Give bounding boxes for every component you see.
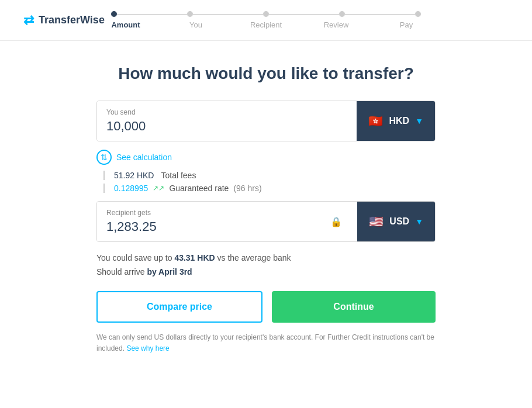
savings-vs: vs the average bank (217, 253, 291, 262)
send-flag: 🇭🇰 (368, 114, 383, 128)
step-dot-3 (339, 11, 345, 17)
recipient-currency-code: USD (389, 216, 409, 227)
rate-duration: (96 hrs) (233, 184, 261, 193)
fees-row: 51.92 HKD Total fees (103, 171, 436, 180)
you-send-label: You send (106, 108, 347, 116)
arrival-text: Should arrive (96, 267, 145, 276)
step-label-amount[interactable]: Amount (91, 20, 161, 29)
steps-labels-row: Amount You Recipient Review Pay (91, 20, 441, 29)
recipient-input-left: Recipient gets (106, 209, 330, 234)
action-buttons: Compare price Continue (96, 291, 436, 323)
fees-label: Total fees (161, 171, 196, 180)
lock-icon: 🔒 (330, 216, 342, 227)
recipient-gets-row: Recipient gets 🔒 🇺🇸 USD ▼ (96, 201, 436, 242)
step-dot-1 (187, 11, 193, 17)
step-label-review[interactable]: Review (301, 20, 371, 29)
step-label-you[interactable]: You (161, 20, 231, 29)
step-line-3 (345, 14, 415, 15)
transfer-card: You send 🇭🇰 HKD ▼ ⇅ See calculation 51.9… (96, 101, 436, 323)
savings-info: You could save up to 43.31 HKD vs the av… (96, 251, 436, 279)
recipient-currency-selector[interactable]: 🇺🇸 USD ▼ (357, 202, 435, 241)
rate-value: 0.128995 (114, 184, 148, 193)
recipient-flag: 🇺🇸 (369, 215, 384, 229)
rate-arrows-icon: ↗↗ (153, 184, 164, 192)
steps-dots-row (111, 11, 421, 17)
savings-amount: 43.31 HKD (174, 253, 215, 262)
step-dot-4 (415, 11, 421, 17)
calc-toggle-icon[interactable]: ⇅ (96, 150, 112, 165)
see-calculation-row: ⇅ See calculation (96, 150, 436, 165)
recipient-gets-label: Recipient gets (106, 209, 330, 217)
step-dot-0 (111, 11, 117, 17)
arrival-line: Should arrive by April 3rd (96, 265, 436, 279)
savings-text: You could save up to (96, 253, 172, 262)
see-why-link[interactable]: See why here (126, 344, 169, 352)
recipient-gets-input[interactable] (106, 219, 330, 234)
send-currency-code: HKD (389, 116, 409, 126)
calculation-section: ⇅ See calculation 51.92 HKD Total fees 0… (96, 141, 436, 201)
step-line-1 (193, 14, 263, 15)
you-send-field-container: You send (97, 101, 357, 141)
see-calculation-text[interactable]: See calculation (116, 153, 172, 162)
logo-icon: ⇄ (23, 13, 34, 28)
step-line-0 (117, 14, 187, 15)
step-line-2 (269, 14, 339, 15)
header: ⇄ TransferWise Amount You Recipient Revi… (0, 0, 532, 41)
footer-note: We can only send US dollars directly to … (96, 332, 436, 354)
recipient-input-container: Recipient gets 🔒 (97, 202, 357, 241)
arrival-date: by April 3rd (147, 267, 192, 276)
fees-amount: 51.92 HKD (114, 171, 154, 180)
step-label-recipient[interactable]: Recipient (231, 20, 301, 29)
savings-line: You could save up to 43.31 HKD vs the av… (96, 251, 436, 265)
main-content: How much would you like to transfer? You… (0, 41, 532, 372)
compare-price-button[interactable]: Compare price (96, 291, 262, 323)
send-chevron-icon: ▼ (415, 116, 423, 126)
you-send-row: You send 🇭🇰 HKD ▼ (96, 101, 436, 141)
continue-button[interactable]: Continue (272, 291, 436, 323)
page-title: How much would you like to transfer? (118, 64, 414, 83)
you-send-input[interactable] (106, 119, 347, 134)
rate-row: 0.128995 ↗↗ Guaranteed rate (96 hrs) (103, 184, 436, 193)
step-label-pay[interactable]: Pay (371, 20, 441, 29)
step-dot-2 (263, 11, 269, 17)
rate-label: Guaranteed rate (169, 184, 229, 193)
recipient-chevron-icon: ▼ (415, 217, 423, 226)
send-currency-selector[interactable]: 🇭🇰 HKD ▼ (357, 101, 435, 141)
